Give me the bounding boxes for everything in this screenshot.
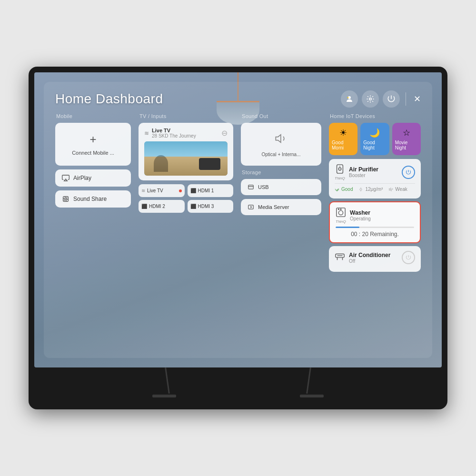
storage-label: Storage [241,169,321,175]
live-tv-chip-label: Live TV [147,188,163,193]
power-button[interactable] [383,90,400,108]
air-purifier-name: Air Purifier [349,166,398,173]
good-night-button[interactable]: 🌙 Good Night [360,123,389,155]
svg-rect-17 [337,208,345,217]
power-off-icon [406,255,411,260]
input-row-1: ≋ Live TV ⬛ HDMI 1 [139,184,233,197]
svg-point-2 [369,98,372,100]
user-icon [345,95,354,103]
stand-legs [167,367,309,394]
svg-rect-8 [248,185,254,189]
air-purifier-power-button[interactable] [402,166,415,179]
power-icon [387,95,396,103]
moon-icon: 🌙 [369,128,380,138]
washer-progress-bar [336,227,414,228]
dust-icon [358,187,363,192]
live-tv-card[interactable]: ≋ Live TV 28 SKD The Journey ⊖ [139,123,233,180]
air-quality-row: Good 12μg/m³ [335,183,415,194]
hdmi1-input[interactable]: ⬛ HDMI 1 [188,184,234,197]
leaf-icon [335,187,339,192]
soundshare-card[interactable]: Sound Share [55,190,131,208]
connect-mobile-label: Connect Mobile ... [72,150,114,156]
washer-progress-fill [336,227,359,228]
sound-out-current: Optical + Interna... [262,152,301,157]
tv-stand [34,367,442,397]
air-purifier-info: Air Purifier Booster [349,166,398,178]
tv-frame: Home Dashboard [29,67,447,409]
sun-icon: ☀ [339,128,347,138]
washer-thinq: ThinQ [336,219,346,224]
speaker-icon [275,132,288,148]
stand-foot-left [152,395,176,397]
close-button[interactable]: ✕ [414,94,421,104]
live-indicator [179,189,182,192]
svg-point-19 [338,209,339,210]
sound-out-card[interactable]: Optical + Interna... [241,123,321,166]
washer-card: ThinQ Washer Operating 00 : 20 Remaining… [329,201,421,243]
connect-mobile-button[interactable]: + Connect Mobile ... [55,123,131,166]
gear-icon [366,95,375,103]
ac-power-button[interactable] [402,251,415,264]
ac-name: Air Conditioner [349,252,398,258]
header-controls: ✕ [341,90,421,108]
air-purifier-thinq: ThinQ [335,176,345,180]
airplay-icon [62,174,69,182]
live-tv-title: Live TV [152,128,196,133]
air-good-status: Good [335,187,353,192]
good-morning-label: Good Morni [332,140,355,150]
air-conditioner-header: Air Conditioner Off [335,251,415,264]
stand-leg-right [306,367,311,394]
settings-button[interactable] [362,90,379,108]
soundshare-icon [62,195,69,203]
svg-point-18 [338,210,343,215]
air-purifier-header: ThinQ Air Purifier Booster [335,164,415,180]
mobile-section: Mobile + Connect Mobile ... AirPlay [51,113,135,275]
washer-status: Operating [350,216,414,221]
home-iot-section: Home IoT Devices ☀ Good Morni 🌙 Good Nig… [325,113,425,275]
air-wind-status: Weak [388,187,407,192]
user-button[interactable] [341,90,358,108]
tv-thumbnail [144,141,228,176]
svg-marker-7 [276,134,281,142]
air-dust-status: 12μg/m³ [358,187,383,192]
wind-icon [388,187,393,192]
air-conditioner-card: Air Conditioner Off [329,246,421,272]
tv-inputs-section: TV / Inputs ≋ Live TV 28 SKD The Journey… [135,113,237,275]
stand-foot-right [300,395,324,397]
sound-out-section: Sound Out Optical + Interna... [237,113,325,275]
usb-card[interactable]: USB [241,179,321,195]
washer-name: Washer [350,209,414,216]
movie-night-button[interactable]: ☆ Movie Night [392,123,421,155]
good-morning-button[interactable]: ☀ Good Morni [329,123,357,155]
svg-point-14 [360,188,362,190]
washer-header: ThinQ Washer Operating [336,207,414,224]
ac-info: Air Conditioner Off [349,252,398,264]
air-quality-wind: Weak [395,187,407,192]
hdmi3-label: HDMI 3 [198,204,214,209]
header-divider [406,92,406,106]
usb-label: USB [258,184,269,190]
air-purifier-status: Booster [349,173,398,178]
tv-inputs-label: TV / Inputs [139,113,233,119]
air-quality-good: Good [341,187,353,192]
hdmi3-input[interactable]: ⬛ HDMI 3 [188,200,234,213]
dashboard-panel: Home Dashboard [44,82,432,358]
hdmi2-label: HDMI 2 [149,204,165,209]
media-server-card[interactable]: Media Server [241,199,321,215]
iot-scene-buttons: ☀ Good Morni 🌙 Good Night ☆ Movie Night [329,123,421,155]
dashboard-header: Home Dashboard [44,82,432,113]
minimize-icon[interactable]: ⊖ [221,129,228,138]
star-icon: ☆ [403,128,410,138]
hdmi2-input[interactable]: ⬛ HDMI 2 [139,200,185,213]
live-tv-input[interactable]: ≋ Live TV [139,184,185,197]
media-server-icon [248,204,254,210]
mobile-section-label: Mobile [55,113,131,119]
connect-mobile-card[interactable]: + Connect Mobile ... [55,123,131,166]
airplay-card[interactable]: AirPlay [55,169,131,187]
speaker-svg [275,132,288,145]
media-server-label: Media Server [258,204,289,210]
ac-status: Off [349,258,398,264]
sound-out-label: Sound Out [241,113,321,119]
home-iot-label: Home IoT Devices [329,113,421,119]
airplay-label: AirPlay [73,175,91,181]
